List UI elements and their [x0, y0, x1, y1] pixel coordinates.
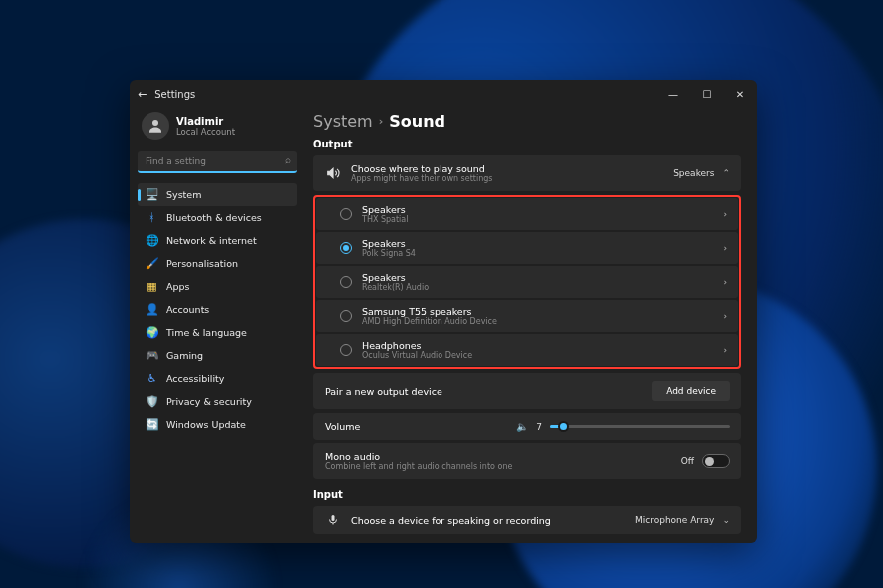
profile-name: Vladimir [176, 116, 235, 127]
avatar-icon [142, 112, 169, 140]
speaker-icon [325, 166, 341, 180]
chevron-right-icon: › [723, 277, 727, 287]
nav-icon: 🔄 [146, 418, 158, 431]
nav-label: Personalisation [166, 258, 238, 269]
radio-icon[interactable] [340, 344, 352, 356]
chevron-down-icon: ⌄ [722, 515, 730, 525]
nav-icon: 🖌️ [146, 257, 158, 270]
device-sub: Realtek(R) Audio [362, 283, 713, 292]
chevron-right-icon: › [379, 115, 384, 128]
nav-item-accessibility[interactable]: ♿Accessibility [138, 367, 297, 390]
output-device-row[interactable]: Headphones Oculus Virtual Audio Device › [316, 334, 738, 366]
chevron-up-icon: ⌃ [722, 168, 730, 178]
profile[interactable]: Vladimir Local Account [138, 108, 297, 147]
sidebar: Vladimir Local Account ⌕ 🖥️SystemᚼBlueto… [130, 108, 305, 543]
volume-row: Volume 🔈 7 [313, 413, 741, 440]
nav-item-bluetooth-devices[interactable]: ᚼBluetooth & devices [138, 206, 297, 229]
device-sub: THX Spatial [362, 215, 713, 224]
output-selected-value: Speakers [673, 168, 714, 178]
nav-label: Privacy & security [166, 396, 252, 407]
nav-item-accounts[interactable]: 👤Accounts [138, 298, 297, 321]
device-name: Headphones [362, 340, 713, 351]
nav-item-personalisation[interactable]: 🖌️Personalisation [138, 252, 297, 275]
nav-icon: ᚼ [146, 211, 158, 224]
nav-item-time-language[interactable]: 🌍Time & language [138, 321, 297, 344]
svg-point-0 [152, 120, 158, 126]
svg-marker-1 [328, 168, 333, 177]
choose-output-row[interactable]: Choose where to play sound Apps might ha… [313, 155, 741, 191]
nav-icon: 🖥️ [146, 188, 158, 201]
breadcrumb-current: Sound [389, 112, 445, 131]
device-sub: Polk Signa S4 [362, 249, 713, 258]
radio-icon[interactable] [340, 208, 352, 220]
minimize-button[interactable]: — [656, 80, 690, 108]
nav-label: Accounts [166, 304, 209, 315]
mono-toggle[interactable] [702, 454, 730, 468]
search-input[interactable] [138, 151, 297, 173]
mono-state: Off [681, 456, 694, 466]
nav-icon: 🌐 [146, 234, 158, 247]
choose-input-row[interactable]: Choose a device for speaking or recordin… [313, 506, 741, 534]
profile-sub: Local Account [176, 127, 235, 137]
main-content: System › Sound Output Choose where to pl… [305, 108, 757, 543]
mono-audio-row[interactable]: Mono audio Combine left and right audio … [313, 443, 741, 479]
nav-label: Accessibility [166, 373, 224, 384]
chevron-right-icon: › [723, 345, 727, 355]
nav-item-privacy-security[interactable]: 🛡️Privacy & security [138, 390, 297, 413]
nav-icon: ▦ [146, 280, 158, 293]
output-device-row[interactable]: Speakers Polk Signa S4 › [316, 232, 738, 264]
nav-label: Gaming [166, 350, 203, 361]
app-title: Settings [154, 89, 195, 100]
volume-slider[interactable] [550, 425, 730, 428]
radio-icon[interactable] [340, 310, 352, 322]
titlebar: ← Settings — ☐ ✕ [130, 80, 757, 108]
nav-icon: 🛡️ [146, 395, 158, 408]
svg-rect-2 [332, 515, 335, 521]
output-device-row[interactable]: Speakers Realtek(R) Audio › [316, 266, 738, 298]
nav-item-apps[interactable]: ▦Apps [138, 275, 297, 298]
input-selected-value: Microphone Array [635, 515, 715, 525]
nav-label: Windows Update [166, 419, 246, 430]
section-input-title: Input [313, 489, 741, 500]
volume-value: 7 [536, 422, 542, 432]
nav-label: Apps [166, 281, 190, 292]
speaker-small-icon[interactable]: 🔈 [516, 421, 528, 432]
chevron-right-icon: › [723, 243, 727, 253]
microphone-icon [325, 514, 341, 526]
device-name: Speakers [362, 238, 713, 249]
radio-icon[interactable] [340, 242, 352, 254]
nav-icon: 🎮 [146, 349, 158, 362]
device-name: Speakers [362, 272, 713, 283]
radio-icon[interactable] [340, 276, 352, 288]
nav-item-windows-update[interactable]: 🔄Windows Update [138, 413, 297, 436]
nav-item-network-internet[interactable]: 🌐Network & internet [138, 229, 297, 252]
device-name: Speakers [362, 204, 713, 215]
breadcrumb: System › Sound [313, 112, 741, 131]
nav-label: Bluetooth & devices [166, 212, 262, 223]
output-device-row[interactable]: Samsung T55 speakers AMD High Definition… [316, 300, 738, 332]
nav-icon: 👤 [146, 303, 158, 316]
breadcrumb-parent[interactable]: System [313, 112, 373, 131]
maximize-button[interactable]: ☐ [690, 80, 724, 108]
settings-window: ← Settings — ☐ ✕ Vladimir Local Account … [130, 80, 757, 543]
search-icon: ⌕ [285, 154, 291, 165]
close-button[interactable]: ✕ [724, 80, 757, 108]
add-device-button[interactable]: Add device [652, 381, 730, 401]
nav-label: Time & language [166, 327, 247, 338]
chevron-right-icon: › [723, 311, 727, 321]
pair-output-row: Pair a new output device Add device [313, 373, 741, 409]
nav-icon: ♿ [146, 372, 158, 385]
nav-icon: 🌍 [146, 326, 158, 339]
device-sub: AMD High Definition Audio Device [362, 317, 713, 326]
chevron-right-icon: › [723, 209, 727, 219]
nav-label: Network & internet [166, 235, 257, 246]
nav-label: System [166, 189, 201, 200]
highlight-box: Speakers THX Spatial › Speakers Polk Sig… [313, 195, 741, 369]
section-output-title: Output [313, 139, 741, 149]
nav-item-system[interactable]: 🖥️System [138, 183, 297, 206]
device-name: Samsung T55 speakers [362, 306, 713, 317]
nav-item-gaming[interactable]: 🎮Gaming [138, 344, 297, 367]
output-device-row[interactable]: Speakers THX Spatial › [316, 198, 738, 230]
back-button[interactable]: ← [138, 88, 147, 101]
device-sub: Oculus Virtual Audio Device [362, 351, 713, 360]
